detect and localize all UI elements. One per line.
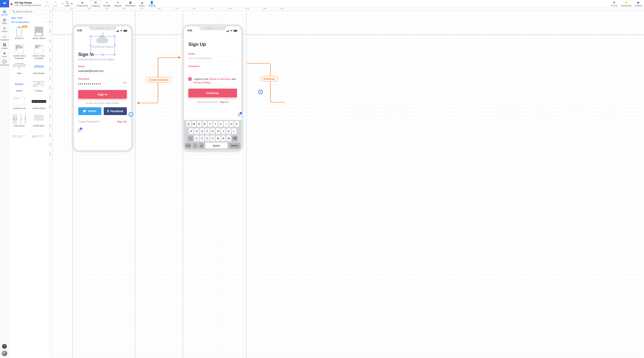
document-title[interactable]: iOS App Design User onboarding storyboar… — [14, 0, 43, 7]
rail-comments[interactable]: 💬Comments — [0, 59, 9, 67]
signup-link[interactable]: Sign Up — [117, 120, 127, 123]
sharing-button[interactable]: 👤Sharing — [146, 0, 157, 7]
rail-templates[interactable]: ▭Templates — [0, 34, 9, 42]
key-w[interactable]: W — [192, 121, 196, 127]
key-u[interactable]: U — [218, 121, 223, 127]
components-button[interactable]: ◈Components — [75, 0, 90, 7]
zoom-in-button[interactable]: + — [70, 2, 74, 5]
stencil-contacts-list[interactable]: Contacts List — [10, 95, 29, 113]
key-d[interactable]: D — [200, 128, 204, 134]
key-i[interactable]: I — [224, 121, 228, 127]
consent-row[interactable]: ✓ I agree to the Terms of Services and P… — [188, 77, 237, 84]
key-s[interactable]: S — [194, 128, 199, 134]
flow-badge-create-account[interactable]: Create Account — [146, 77, 171, 83]
stencil-confirm[interactable]: Would you like to eat some pizza?Everybo… — [29, 78, 49, 95]
twitter-button[interactable]: Twitter — [78, 107, 101, 115]
password-input[interactable] — [188, 68, 237, 74]
email-input[interactable]: Your email address — [188, 56, 237, 61]
step-badge-3[interactable]: 3✓ — [237, 113, 241, 117]
stencil-iphone-x[interactable]: New iPhone X — [10, 25, 29, 42]
stencil-search-input[interactable] — [11, 9, 48, 14]
key-k[interactable]: K — [226, 128, 231, 134]
ruler-vertical[interactable]: 0501001502002503003504004505005506006507… — [49, 11, 52, 358]
password-input[interactable] — [78, 81, 127, 86]
redo-button[interactable]: ↷Redo — [51, 0, 60, 7]
key-c[interactable]: C — [205, 136, 210, 141]
privacy-link[interactable]: Privacy Policy — [194, 81, 211, 84]
rail-pages[interactable]: ▥Pages — [0, 17, 9, 25]
key-r[interactable]: R — [202, 121, 207, 127]
rail-outline[interactable]: ≣Outline — [0, 25, 9, 34]
mic-key[interactable]: 🎤 — [199, 143, 204, 149]
space-key[interactable]: space — [205, 143, 228, 149]
emoji-key[interactable]: ☺ — [192, 143, 198, 149]
facebook-button[interactable]: Facebook — [104, 107, 127, 115]
stencil-activity-view-1[interactable]: Activity View Controller — [10, 42, 29, 60]
return-key[interactable]: return — [228, 143, 240, 149]
guide[interactable] — [246, 11, 246, 358]
step-badge-2[interactable]: 2✓ — [77, 128, 82, 133]
key-z[interactable]: Z — [194, 136, 199, 141]
guide[interactable] — [135, 11, 136, 358]
key-h[interactable]: H — [216, 128, 220, 134]
key-m[interactable]: M — [226, 136, 231, 141]
delete-key[interactable]: ⌫ — [232, 136, 238, 141]
signin-link[interactable]: Sign In — [220, 100, 228, 103]
numbers-key[interactable]: 123 — [185, 143, 192, 149]
workspace-button[interactable]: ▦Workspace — [124, 0, 137, 7]
user-avatar[interactable] — [2, 351, 7, 356]
arrange-button[interactable]: ≡Arrange — [102, 0, 112, 7]
help-button[interactable]: ? — [2, 344, 7, 349]
ios-keyboard[interactable]: QWERTYUIOP ASDFGHJKL ⇧ ZXCVBNM ⌫ 123 ☺ 🎤… — [184, 120, 241, 150]
app-logo[interactable] — [0, 0, 9, 7]
undo-button[interactable]: ↶Undo — [43, 0, 51, 7]
key-a[interactable]: A — [189, 128, 194, 134]
eye-icon[interactable] — [123, 81, 127, 85]
stencil-context-menu[interactable]: SelectSelect AllPaste Context Menu — [29, 95, 49, 113]
stencil-back-button[interactable]: Back Back Button — [29, 60, 49, 78]
flow-badge-continue[interactable]: Continue — [260, 76, 278, 82]
diagram-button[interactable]: ↯Diagram — [112, 0, 124, 7]
stencil-date-picker[interactable]: Sun 4 Apr1558Mon 5 Apr1659Tue 6 Apr1659W… — [10, 113, 29, 130]
tos-link[interactable]: Terms of Services — [209, 78, 231, 80]
stencil-spinner[interactable]: ◌ Sending your pizza order, please wait — [29, 130, 49, 148]
key-e[interactable]: E — [197, 121, 202, 127]
zoom-out-button[interactable]: − — [61, 2, 64, 5]
shift-key[interactable]: ⇧ — [188, 136, 194, 141]
key-p[interactable]: P — [235, 121, 239, 127]
canvas[interactable]: 0100200300400500600700800900100011001200… — [49, 7, 644, 358]
lock-icon[interactable] — [9, 0, 14, 7]
forgot-password-link[interactable]: Forgot Password? — [78, 120, 100, 123]
ungroup-button[interactable]: ⊞Ungroup — [90, 0, 101, 7]
key-n[interactable]: N — [221, 136, 226, 141]
ruler-horizontal[interactable]: 0100200300400500600700800900100011001200… — [52, 7, 644, 11]
continue-button[interactable]: Continue — [188, 89, 237, 97]
preview-button[interactable]: ▶Preview — [633, 0, 644, 7]
key-l[interactable]: L — [232, 128, 236, 134]
stencil-activity-view-2[interactable]: Activity View Controller — [29, 42, 49, 60]
mockup-signup[interactable]: 9:31 Sign Up Email Your email address Pa… — [182, 24, 244, 152]
format-button[interactable]: ⚙Format — [609, 0, 619, 7]
key-j[interactable]: J — [221, 128, 226, 134]
consent-checkbox[interactable]: ✓ — [188, 77, 192, 81]
stencil-email-inbox[interactable]: Email Inbox — [29, 113, 49, 130]
key-o[interactable]: O — [229, 121, 234, 127]
key-q[interactable]: Q — [186, 121, 191, 127]
zoom-display[interactable]: 🔍100% — [64, 1, 70, 7]
key-g[interactable]: G — [210, 128, 215, 134]
stencil-action-sheet[interactable]: Action Sheet — [29, 25, 49, 42]
mockup-signin[interactable]: 9:31 Company Name Sign In Hi — [72, 24, 134, 152]
email-input[interactable]: example@email.com — [78, 69, 127, 74]
stencil-button[interactable]: Button Button — [10, 78, 29, 95]
export-button[interactable]: ☁Export — [137, 0, 146, 7]
key-v[interactable]: V — [210, 136, 215, 141]
key-t[interactable]: T — [208, 121, 212, 127]
rail-images[interactable]: 🖼Images — [0, 42, 9, 50]
rail-icons[interactable]: ♣Icons — [0, 50, 9, 59]
key-x[interactable]: X — [200, 136, 204, 141]
key-f[interactable]: F — [205, 128, 210, 134]
key-b[interactable]: B — [216, 136, 220, 141]
step-badge-1[interactable]: 1 — [129, 112, 133, 117]
rail-stencils[interactable]: ▤Stencils — [0, 9, 9, 17]
key-y[interactable]: Y — [213, 121, 218, 127]
